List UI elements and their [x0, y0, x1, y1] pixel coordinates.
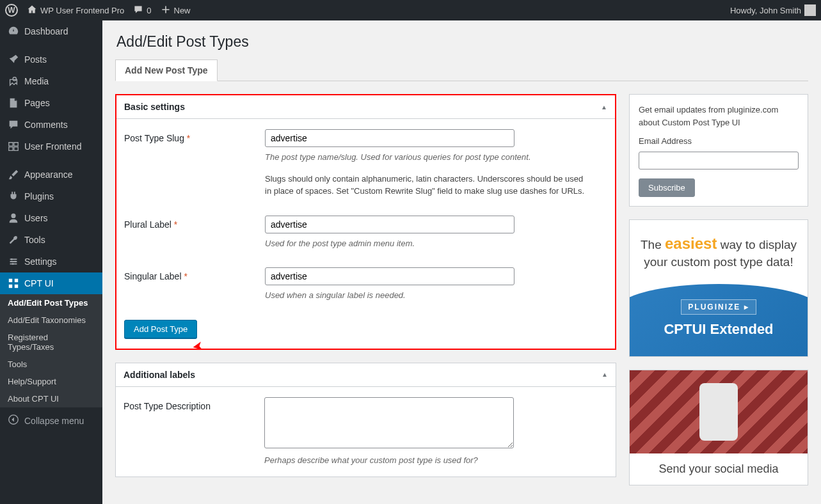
menu-tools[interactable]: Tools — [0, 229, 102, 251]
wp-logo-link[interactable]: W — [5, 4, 18, 17]
promo-product: CPTUI Extended — [629, 321, 808, 338]
media-icon — [8, 75, 19, 87]
account-link[interactable]: Howdy, John Smith — [730, 4, 816, 16]
svg-rect-6 — [15, 285, 18, 288]
settings-icon — [8, 256, 19, 267]
collapse-label: Collapse menu — [24, 416, 84, 426]
additional-labels-box: Additional labels ▲ Post Type Descriptio… — [115, 363, 616, 478]
singular-desc: Used when a singular label is needed. — [265, 289, 585, 302]
required-marker: * — [184, 271, 187, 281]
collapse-icon — [8, 414, 19, 427]
page-title: Add/Edit Post Types — [116, 33, 808, 51]
description-help: Perhaps describe what your custom post t… — [264, 454, 584, 467]
promo-image — [630, 370, 808, 453]
submenu-help-support[interactable]: Help/Support — [0, 373, 102, 390]
menu-label: Appearance — [24, 169, 73, 180]
menu-media[interactable]: Media — [0, 70, 102, 92]
menu-label: Media — [24, 76, 49, 86]
submenu-add-edit-post-types[interactable]: Add/Edit Post Types — [0, 294, 102, 311]
svg-point-2 — [12, 263, 14, 265]
new-link[interactable]: New — [161, 4, 191, 17]
svg-point-0 — [11, 258, 13, 260]
singular-label: Singular Label * — [124, 267, 265, 281]
subscribe-button[interactable]: Subscribe — [639, 178, 695, 197]
comments-count: 0 — [147, 6, 151, 15]
menu-label: Settings — [24, 256, 57, 267]
main-content: ➤ Add/Edit Post Types Add New Post Type … — [102, 20, 821, 504]
menu-posts[interactable]: Posts — [0, 49, 102, 70]
submenu-about[interactable]: About CPT UI — [0, 390, 102, 407]
slug-desc: The post type name/slug. Used for variou… — [265, 151, 585, 164]
user-icon — [8, 212, 19, 224]
menu-label: Comments — [24, 120, 68, 130]
avatar — [804, 4, 816, 16]
submenu-tools[interactable]: Tools — [0, 356, 102, 373]
submenu-registered-types[interactable]: Registered Types/Taxes — [0, 329, 102, 356]
brush-icon — [8, 169, 19, 180]
menu-cpt-ui[interactable]: CPT UI — [0, 272, 102, 294]
slug-desc-extra: Slugs should only contain alphanumeric, … — [265, 173, 585, 198]
tab-add-new[interactable]: Add New Post Type — [115, 59, 218, 81]
promo-social-media[interactable]: Send your social media — [629, 370, 808, 485]
site-link[interactable]: WP User Frontend Pro — [27, 4, 124, 17]
plural-label: Plural Label * — [124, 216, 265, 230]
toggle-icon: ▲ — [601, 104, 607, 111]
site-name: WP User Frontend Pro — [40, 6, 124, 15]
svg-point-1 — [14, 261, 16, 263]
menu-label: Posts — [24, 54, 47, 65]
user-frontend-icon — [8, 141, 19, 152]
collapse-menu[interactable]: Collapse menu — [0, 407, 102, 434]
menu-label: Users — [24, 213, 48, 223]
newsletter-intro: Get email updates from pluginize.com abo… — [639, 104, 799, 129]
comment-icon — [8, 119, 19, 130]
plural-desc: Used for the post type admin menu item. — [265, 237, 585, 250]
menu-label: Plugins — [24, 191, 54, 201]
submenu-cpt-ui: Add/Edit Post Types Add/Edit Taxonomies … — [0, 294, 102, 407]
menu-appearance[interactable]: Appearance — [0, 164, 102, 185]
tab-wrapper: Add New Post Type — [115, 59, 808, 81]
menu-comments[interactable]: Comments — [0, 114, 102, 136]
promo-text: Send your social media — [630, 453, 808, 485]
required-marker: * — [174, 219, 177, 230]
slug-input[interactable] — [265, 129, 514, 147]
add-post-type-button[interactable]: Add Post Type — [124, 320, 197, 338]
email-label: Email Address — [639, 135, 799, 148]
svg-rect-5 — [9, 285, 12, 288]
newsletter-box: Get email updates from pluginize.com abo… — [629, 94, 808, 207]
basic-settings-header[interactable]: Basic settings ▲ — [116, 95, 615, 119]
admin-bar: W WP User Frontend Pro 0 New Howdy, John… — [0, 0, 821, 20]
email-input[interactable] — [639, 152, 799, 169]
menu-label: User Frontend — [24, 141, 81, 152]
singular-input[interactable] — [265, 267, 514, 285]
promo-cptui-extended[interactable]: The easiest way to display your custom p… — [629, 219, 808, 357]
toggle-icon: ▲ — [602, 371, 608, 378]
page-icon — [8, 97, 19, 109]
additional-labels-header[interactable]: Additional labels ▲ — [116, 363, 616, 387]
menu-label: Tools — [24, 235, 45, 245]
admin-sidebar: Dashboard Posts Media Pages Comments Use… — [0, 20, 102, 504]
wrench-icon — [8, 234, 19, 246]
basic-settings-box: Basic settings ▲ Post Type Slug * The po… — [115, 94, 616, 350]
svg-rect-4 — [15, 279, 18, 282]
wordpress-icon: W — [5, 4, 18, 17]
new-label: New — [174, 6, 191, 15]
home-icon — [27, 4, 37, 17]
description-textarea[interactable] — [264, 397, 514, 448]
greeting: Howdy, John Smith — [730, 6, 801, 15]
pin-icon — [8, 54, 19, 65]
menu-dashboard[interactable]: Dashboard — [0, 20, 102, 42]
additional-labels-title: Additional labels — [124, 370, 195, 380]
comments-link[interactable]: 0 — [133, 4, 151, 17]
menu-label: Pages — [24, 98, 50, 108]
menu-user-frontend[interactable]: User Frontend — [0, 136, 102, 157]
menu-plugins[interactable]: Plugins — [0, 185, 102, 207]
plural-input[interactable] — [265, 216, 514, 233]
comment-icon — [133, 4, 143, 17]
plug-icon — [8, 191, 19, 202]
menu-pages[interactable]: Pages — [0, 92, 102, 114]
submenu-add-edit-taxonomies[interactable]: Add/Edit Taxonomies — [0, 311, 102, 329]
plus-icon — [161, 4, 171, 17]
menu-users[interactable]: Users — [0, 207, 102, 229]
menu-label: Dashboard — [24, 26, 68, 36]
menu-settings[interactable]: Settings — [0, 251, 102, 272]
